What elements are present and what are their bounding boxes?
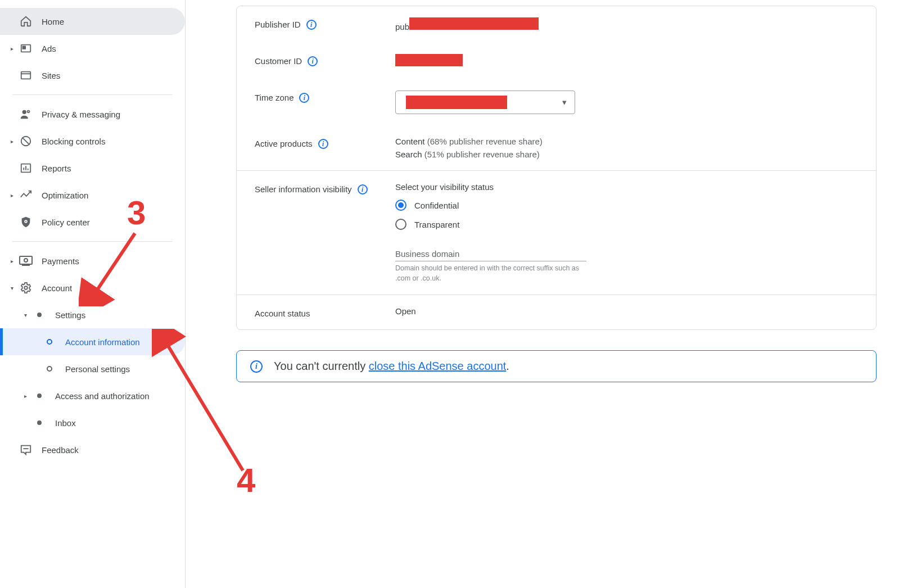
main-content: Publisher ID i pub Customer ID i Time: [186, 0, 899, 588]
product-name: Content: [395, 137, 425, 146]
customer-id-label: Customer ID: [255, 56, 302, 66]
sidebar-item-feedback[interactable]: ▸ Feedback: [0, 436, 185, 463]
ad-icon: [19, 42, 33, 55]
sidebar-item-label: Ads: [42, 44, 56, 53]
info-icon: i: [250, 360, 263, 373]
sidebar-item-blocking[interactable]: ▸ Blocking controls: [0, 128, 185, 155]
privacy-icon: [19, 107, 33, 121]
info-icon[interactable]: i: [308, 56, 318, 66]
business-domain-label: Business domain: [395, 249, 858, 259]
bullet-ring-icon: [43, 335, 56, 349]
publisher-id-label: Publisher ID: [255, 20, 301, 29]
sidebar-item-label: Sites: [42, 71, 60, 80]
sidebar-item-label: Account: [42, 283, 72, 293]
payments-icon: [19, 254, 33, 268]
info-icon[interactable]: i: [318, 139, 328, 149]
divider: [12, 241, 173, 242]
radio-label: Transparent: [414, 220, 459, 229]
block-icon: [19, 134, 33, 148]
svg-point-5: [28, 111, 30, 113]
svg-point-4: [22, 110, 26, 114]
svg-point-17: [24, 286, 28, 290]
info-icon[interactable]: i: [358, 184, 368, 195]
row-publisher-id: Publisher ID i pub: [237, 6, 876, 43]
active-products-label: Active products: [255, 139, 313, 148]
sidebar-item-label: Settings: [55, 310, 85, 320]
caret-right-icon: ▸: [8, 192, 16, 198]
svg-point-15: [24, 259, 28, 262]
sidebar-item-sites[interactable]: ▸ Sites: [0, 62, 185, 89]
sidebar-item-reports[interactable]: ▸ Reports: [0, 155, 185, 182]
timezone-label: Time zone: [255, 93, 293, 102]
product-share: (51% publisher revenue share): [424, 150, 540, 159]
bullet-dot-icon: [33, 389, 46, 402]
sidebar-item-personal-settings[interactable]: ▸ Personal settings: [0, 355, 185, 382]
home-icon: [19, 15, 33, 28]
sidebar-item-label: Payments: [42, 256, 79, 266]
row-account-status: Account status Open: [237, 295, 876, 329]
caret-right-icon: ▸: [8, 258, 16, 264]
sidebar-item-inbox[interactable]: ▸ Inbox: [0, 409, 185, 436]
caret-right-icon: ▸: [21, 393, 29, 399]
account-status-label: Account status: [255, 309, 310, 318]
sidebar-item-label: Reports: [42, 164, 71, 173]
sidebar-item-account[interactable]: ▾ Account: [0, 274, 185, 301]
svg-rect-1: [23, 46, 26, 49]
business-domain-line: [395, 261, 586, 261]
sidebar-item-label: Optimization: [42, 191, 88, 200]
select-visibility-heading: Select your visibility status: [395, 182, 858, 192]
sidebar-item-privacy[interactable]: ▸ Privacy & messaging: [0, 101, 185, 128]
caret-right-icon: ▸: [8, 138, 16, 144]
product-share: (68% publisher revenue share): [427, 137, 543, 146]
sidebar: ▸ Home ▸ Ads ▸ Sites ▸ Priv: [0, 0, 186, 588]
redacted-block: [406, 96, 507, 109]
close-account-link[interactable]: close this AdSense account: [369, 360, 507, 372]
svg-point-13: [25, 221, 26, 222]
bullet-ring-icon: [43, 362, 56, 376]
sidebar-item-label: Inbox: [55, 418, 76, 428]
alert-prefix: You can't currently: [274, 360, 369, 372]
customer-id-value: [395, 54, 858, 68]
timezone-select[interactable]: ▾: [395, 91, 575, 114]
feedback-icon: [19, 443, 33, 456]
divider: [12, 94, 173, 95]
sidebar-item-label: Policy center: [42, 218, 90, 227]
svg-line-7: [22, 138, 30, 145]
sidebar-item-account-info[interactable]: ▸ Account information: [0, 328, 185, 355]
sidebar-item-ads[interactable]: ▸ Ads: [0, 35, 185, 62]
svg-rect-14: [20, 256, 32, 264]
info-icon[interactable]: i: [299, 93, 309, 103]
close-account-alert: i You can't currently close this AdSense…: [236, 350, 877, 382]
row-active-products: Active products i Content (68% publisher…: [237, 125, 876, 170]
bullet-dot-icon: [33, 416, 46, 429]
info-icon[interactable]: i: [306, 20, 317, 30]
sidebar-item-settings[interactable]: ▾ Settings: [0, 301, 185, 328]
business-domain-hint: Domain should be entered in with the cor…: [395, 264, 586, 283]
optimization-icon: [19, 188, 33, 202]
gear-icon: [19, 281, 33, 295]
account-card: Publisher ID i pub Customer ID i Time: [236, 6, 877, 330]
row-customer-id: Customer ID i: [237, 43, 876, 79]
row-timezone: Time zone i ▾: [237, 79, 876, 125]
sidebar-item-home[interactable]: ▸ Home: [0, 8, 185, 35]
sidebar-item-optimization[interactable]: ▸ Optimization: [0, 182, 185, 209]
sidebar-item-label: Home: [42, 17, 64, 26]
radio-transparent[interactable]: Transparent: [395, 219, 858, 230]
publisher-id-value: pub: [395, 17, 858, 31]
svg-rect-2: [21, 72, 31, 79]
sidebar-item-label: Personal settings: [65, 364, 130, 374]
product-name: Search: [395, 150, 422, 159]
sidebar-item-label: Account information: [65, 337, 140, 347]
radio-label: Confidential: [414, 201, 459, 210]
sidebar-item-label: Privacy & messaging: [42, 110, 120, 119]
sidebar-item-access-auth[interactable]: ▸ Access and authorization: [0, 382, 185, 409]
sidebar-item-payments[interactable]: ▸ Payments: [0, 247, 185, 274]
sidebar-item-policy[interactable]: ▸ Policy center: [0, 209, 185, 236]
radio-icon: [395, 200, 406, 211]
sidebar-item-label: Feedback: [42, 445, 79, 455]
caret-down-icon: ▾: [21, 312, 29, 318]
radio-confidential[interactable]: Confidential: [395, 200, 858, 211]
policy-shield-icon: [19, 215, 33, 229]
sites-icon: [19, 69, 33, 82]
reports-icon: [19, 161, 33, 175]
